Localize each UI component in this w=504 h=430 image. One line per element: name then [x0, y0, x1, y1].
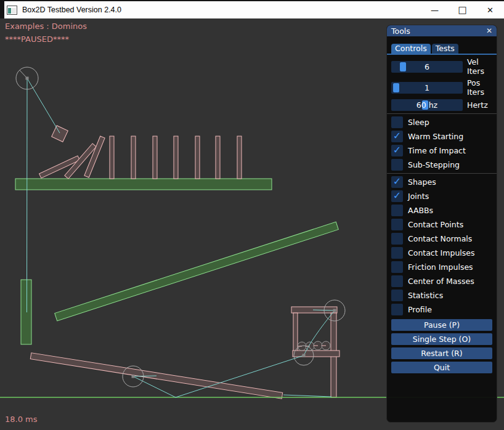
ball-3 [314, 341, 322, 350]
checkbox-row-statistics[interactable]: Statistics [391, 290, 492, 301]
tab-tests[interactable]: Tests [432, 44, 458, 54]
tools-panel-title: Tools [391, 26, 410, 36]
checkbox-profile[interactable] [391, 304, 403, 315]
checkbox-joints[interactable]: ✓ [391, 190, 403, 202]
checkbox-label: Contact Normals [408, 234, 472, 243]
vertical-plank [21, 280, 31, 344]
close-icon[interactable]: ✕ [476, 1, 504, 18]
checkbox-row-sub-stepping[interactable]: Sub-Stepping [391, 159, 492, 171]
checkbox-center-of-masses[interactable] [391, 275, 403, 287]
hertz-slider[interactable]: 60 hz [391, 99, 463, 111]
example-label: Examples : Dominos [5, 22, 87, 31]
checkbox-statistics[interactable] [391, 290, 403, 301]
frame-shelf [293, 351, 339, 357]
checkbox-time-of-impact[interactable]: ✓ [391, 145, 403, 156]
dominos-platform [15, 179, 272, 190]
checkbox-row-contact-normals[interactable]: Contact Normals [391, 233, 492, 245]
pos-iters-value: 1 [391, 82, 463, 94]
pause-p-button[interactable]: Pause (P) [391, 319, 492, 331]
checkbox-shapes[interactable]: ✓ [391, 176, 403, 188]
domino-standing-7 [237, 136, 242, 179]
checkbox-row-contact-impulses[interactable]: Contact Impulses [391, 247, 492, 259]
checkbox-label: Time of Impact [408, 146, 466, 155]
joint-rope-vertical [27, 78, 28, 312]
hertz-label: Hertz [467, 100, 488, 110]
tab-controls[interactable]: Controls [391, 44, 431, 54]
window-controls: — □ ✕ [421, 1, 504, 18]
checkbox-contact-impulses[interactable] [391, 247, 403, 259]
slider-row-pos-iters: 1 Pos Iters [391, 78, 492, 97]
domino-standing-3 [153, 136, 157, 179]
tools-close-icon[interactable]: ✕ [486, 26, 492, 35]
domino-standing-5 [195, 136, 200, 179]
checkbox-label: Friction Impulses [408, 262, 473, 272]
restart-r-button[interactable]: Restart (R) [391, 347, 492, 359]
joint-ground-link [283, 395, 331, 397]
vel-iters-slider[interactable]: 6 [391, 61, 463, 73]
joint-pendulum-rod [27, 78, 60, 133]
ramp-plank [55, 222, 339, 321]
checkbox-warm-starting[interactable]: ✓ [391, 131, 403, 142]
checkbox-friction-impulses[interactable] [391, 261, 403, 273]
checkbox-row-time-of-impact[interactable]: ✓Time of Impact [391, 145, 492, 156]
checkbox-row-shapes[interactable]: ✓Shapes [391, 176, 492, 188]
tools-panel: Tools ✕ Controls Tests 6 Vel Iters 1 [386, 25, 497, 423]
checkbox-sub-stepping[interactable] [391, 159, 403, 171]
separator [387, 113, 497, 114]
button-group: Pause (P)Single Step (O)Restart (R)Quit [391, 319, 492, 373]
maximize-icon[interactable]: □ [449, 1, 476, 18]
checkbox-contact-points[interactable] [391, 219, 403, 230]
domino-standing-4 [174, 136, 178, 179]
checkbox-label: Profile [408, 305, 432, 314]
checkbox-group-1: ✓Shapes✓JointsAABBsContact PointsContact… [391, 176, 492, 315]
minimize-icon[interactable]: — [421, 1, 449, 18]
pendulum-bob-square [52, 126, 68, 142]
checkbox-row-aabbs[interactable]: AABBs [391, 205, 492, 216]
checkbox-label: AABBs [408, 206, 433, 215]
checkbox-row-warm-starting[interactable]: ✓Warm Starting [391, 131, 492, 142]
quit-button[interactable]: Quit [391, 362, 492, 373]
checkbox-row-friction-impulses[interactable]: Friction Impulses [391, 261, 492, 273]
checkbox-aabbs[interactable] [391, 205, 403, 216]
separator [387, 173, 497, 174]
vel-iters-label: Vel Iters [467, 57, 492, 76]
checkbox-row-joints[interactable]: ✓Joints [391, 190, 492, 202]
tools-panel-body: Controls Tests 6 Vel Iters 1 Pos Iters [387, 44, 497, 373]
frame-left-post [293, 313, 298, 351]
paused-label: ****PAUSED**** [5, 34, 69, 44]
checkbox-row-profile[interactable]: Profile [391, 304, 492, 315]
ball-1 [298, 342, 306, 351]
vel-iters-value: 6 [391, 61, 463, 73]
frame-time-label: 18.0 ms [5, 415, 38, 424]
checkbox-label: Contact Points [408, 220, 463, 229]
checkbox-row-contact-points[interactable]: Contact Points [391, 219, 492, 230]
slider-row-hertz: 60 hz Hertz [391, 99, 492, 111]
tab-bar: Controls Tests [391, 44, 492, 54]
pos-iters-slider[interactable]: 1 [391, 82, 463, 94]
checkbox-contact-normals[interactable] [391, 233, 403, 245]
tools-panel-header[interactable]: Tools ✕ [387, 25, 497, 36]
checkbox-label: Sleep [408, 118, 429, 127]
title-bar[interactable]: Box2D Testbed Version 2.4.0 — □ ✕ [0, 0, 504, 18]
domino-standing-1 [110, 136, 114, 179]
single-step-o-button[interactable]: Single Step (O) [391, 333, 492, 345]
checkbox-label: Sub-Stepping [408, 160, 460, 169]
hertz-value: 60 hz [391, 99, 463, 111]
checkbox-label: Center of Masses [408, 277, 474, 286]
window-title: Box2D Testbed Version 2.4.0 [22, 6, 121, 14]
domino-standing-6 [216, 136, 220, 179]
app-icon [7, 6, 17, 15]
checkbox-label: Contact Impulses [408, 248, 475, 258]
checkbox-row-center-of-masses[interactable]: Center of Masses [391, 275, 492, 287]
checkbox-label: Shapes [408, 177, 436, 187]
ball-4 [322, 341, 330, 350]
checkbox-group-0: Sleep✓Warm Starting✓Time of ImpactSub-St… [391, 116, 492, 171]
app-window: Examples : Dominos ****PAUSED**** 18.0 m… [0, 0, 504, 430]
checkbox-label: Warm Starting [408, 132, 463, 141]
checkbox-sleep[interactable] [391, 116, 403, 128]
domino-standing-2 [131, 136, 136, 179]
checkbox-row-sleep[interactable]: Sleep [391, 116, 492, 128]
slider-row-vel-iters: 6 Vel Iters [391, 57, 492, 76]
pos-iters-label: Pos Iters [467, 78, 492, 97]
checkbox-label: Joints [408, 192, 429, 201]
